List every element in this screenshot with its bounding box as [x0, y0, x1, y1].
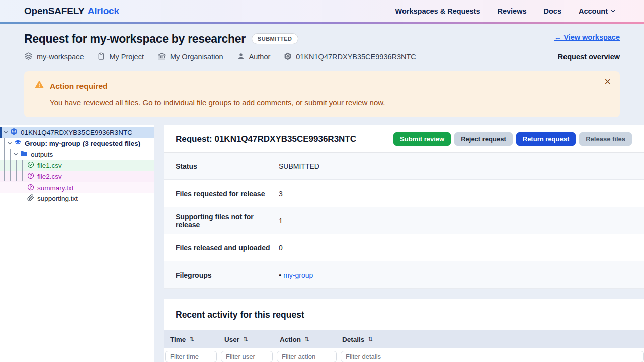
tree-file-file2[interactable]: file2.csv	[0, 171, 154, 182]
tree-file-summary[interactable]: summary.txt	[0, 182, 154, 193]
nav-docs[interactable]: Docs	[544, 7, 561, 15]
request-overview-label: Request overview	[558, 53, 620, 61]
sort-icon[interactable]: ⇅	[189, 336, 194, 343]
bullet: •	[279, 270, 281, 279]
layers-icon	[24, 52, 33, 62]
account-label: Account	[579, 7, 608, 15]
activity-table-header: Time ⇅ User ⇅ Action ⇅ Details ⇅	[164, 330, 644, 348]
tree-file-label: supporting.txt	[37, 195, 78, 202]
tree-root-label: 01KN1Q47RDXYB35CE9936R3NTC	[21, 129, 132, 136]
paperclip-icon	[27, 194, 34, 203]
detail-row-status: Status SUBMITTED	[164, 153, 644, 180]
request-details-table: Status SUBMITTED Files requested for rel…	[164, 153, 644, 289]
question-circle-icon	[27, 172, 34, 181]
tree-file-label: file2.csv	[37, 173, 62, 180]
view-workspace-link[interactable]: ← View workspace	[554, 33, 620, 41]
chevron-down-icon	[610, 7, 616, 15]
nav-workspaces-requests[interactable]: Workspaces & Requests	[395, 7, 480, 15]
tree-file-label: file1.csv	[37, 162, 62, 169]
logo-airlock: Airlock	[88, 6, 119, 16]
filter-time-input[interactable]	[165, 351, 217, 362]
column-header-time[interactable]: Time ⇅	[170, 336, 224, 343]
meta-author: Author	[237, 52, 271, 62]
tree-guide-line	[4, 138, 5, 204]
filter-details-input[interactable]	[341, 351, 644, 362]
folder-icon	[20, 150, 28, 159]
warning-icon	[34, 80, 44, 93]
main-panel: Request: 01KN1Q47RDXYB35CE9936R3NTC Subm…	[164, 125, 644, 362]
detail-row-filegroups: Filegroups • my-group	[164, 261, 644, 289]
tree-folder-label: outputs	[31, 151, 53, 158]
action-required-alert: Action required You have reviewed all fi…	[24, 71, 620, 117]
tree-root-request[interactable]: 01KN1Q47RDXYB35CE9936R3NTC	[0, 127, 154, 138]
app-logo[interactable]: OpenSAFELYAirlock	[24, 6, 119, 17]
alert-title: Action required	[50, 81, 108, 92]
submit-review-button[interactable]: Submit review	[393, 132, 451, 146]
detail-row-files-released: Files released and uploaded 0	[164, 234, 644, 261]
status-badge: SUBMITTED	[252, 33, 298, 44]
meta-workspace: my-workspace	[24, 52, 84, 62]
return-request-button[interactable]: Return request	[516, 132, 576, 146]
column-header-details[interactable]: Details ⇅	[342, 336, 644, 343]
logo-opensafely: OpenSAFELY	[24, 6, 85, 16]
request-title: Request: 01KN1Q47RDXYB35CE9936R3NTC	[176, 134, 356, 144]
column-header-user[interactable]: User ⇅	[224, 336, 280, 343]
tree-guide-line	[16, 160, 17, 204]
meta-organisation: My Organisation	[157, 52, 223, 62]
tree-group-label: Group: my-group (3 requested files)	[25, 140, 140, 147]
tree-guide-line	[22, 160, 23, 204]
top-navbar: OpenSAFELYAirlock Workspaces & Requests …	[0, 0, 644, 22]
clipboard-icon	[97, 52, 105, 62]
chevron-down-icon[interactable]	[7, 140, 12, 147]
page-title: Request for my-workspace by researcher	[24, 31, 246, 46]
reject-request-button[interactable]: Reject request	[454, 132, 513, 146]
activity-title: Recent activity for this request	[176, 310, 644, 320]
activity-filter-row	[164, 348, 644, 362]
airlock-cube-icon	[10, 128, 18, 137]
chevron-down-icon[interactable]	[3, 129, 8, 136]
user-icon	[237, 52, 245, 62]
layers-icon	[14, 139, 22, 148]
column-header-action[interactable]: Action ⇅	[280, 336, 342, 343]
workspace-meta: my-workspace My Project My Organisation …	[24, 52, 416, 62]
nav-account-menu[interactable]: Account	[579, 7, 616, 15]
file-tree-sidebar: 01KN1Q47RDXYB35CE9936R3NTC Group: my-gro…	[0, 125, 154, 362]
chevron-down-icon[interactable]	[13, 151, 18, 158]
meta-request-id: 01KN1Q47RDXYB35CE9936R3NTC	[284, 52, 416, 62]
check-circle-icon	[27, 161, 34, 170]
tree-folder-outputs[interactable]: outputs	[0, 149, 154, 160]
content-area: 01KN1Q47RDXYB35CE9936R3NTC Group: my-gro…	[0, 125, 644, 362]
filegroup-link[interactable]: my-group	[283, 271, 313, 279]
filter-user-input[interactable]	[221, 351, 273, 362]
tree-file-label: summary.txt	[37, 184, 74, 192]
request-actions: Submit review Reject request Return requ…	[393, 132, 632, 146]
question-circle-icon	[27, 184, 34, 192]
sort-icon[interactable]: ⇅	[243, 336, 248, 343]
tree-file-supporting[interactable]: supporting.txt	[0, 193, 154, 204]
tree-file-file1[interactable]: file1.csv	[0, 160, 154, 171]
detail-row-files-requested: Files requested for release 3	[164, 180, 644, 207]
close-icon[interactable]: ×	[604, 76, 611, 87]
tree-guide-line	[10, 149, 11, 204]
sort-icon[interactable]: ⇅	[304, 336, 309, 343]
request-details-card: Request: 01KN1Q47RDXYB35CE9936R3NTC Subm…	[164, 125, 644, 289]
detail-row-supporting-files: Supporting files not for release 1	[164, 207, 644, 234]
filter-action-input[interactable]	[277, 351, 337, 362]
release-files-button[interactable]: Release files	[579, 132, 632, 146]
sort-icon[interactable]: ⇅	[368, 336, 373, 343]
page-header: Request for my-workspace by researcher S…	[0, 24, 644, 62]
alert-message: You have reviewed all files. Go to indiv…	[50, 98, 608, 107]
card-gap	[164, 289, 644, 299]
bank-icon	[157, 52, 166, 62]
meta-project: My Project	[97, 52, 144, 62]
nav-links: Workspaces & Requests Reviews Docs Accou…	[395, 7, 616, 15]
cube-icon	[284, 52, 292, 62]
nav-reviews[interactable]: Reviews	[497, 7, 526, 15]
tree-group-my-group[interactable]: Group: my-group (3 requested files)	[0, 138, 154, 149]
recent-activity-card: Recent activity for this request Time ⇅ …	[164, 299, 644, 362]
list-item: • my-group	[279, 270, 313, 279]
